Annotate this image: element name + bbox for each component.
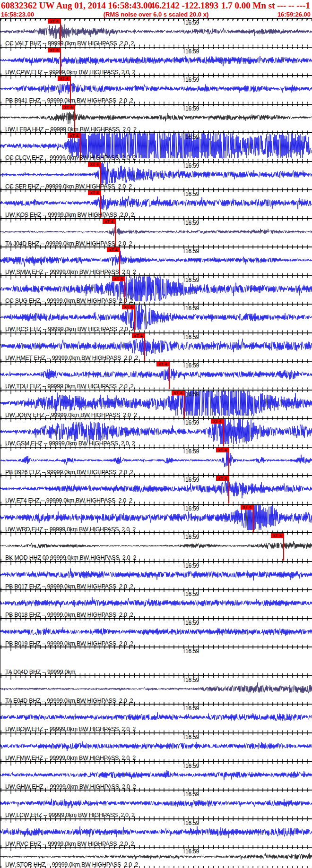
trace-panel-UW-LEBA[interactable]: 16:59xT 4UW LEBA HHZ -- 99999.0km BW HIG… <box>0 104 312 133</box>
minute-label: 16:59 <box>185 820 199 826</box>
trace-panel-UW-FMW[interactable]: 16:59UW FMW EHZ -- 99999.0km BW HIGHPASS… <box>0 732 312 761</box>
trace-panel-UW-GHW[interactable]: 16:59UW GHW EHZ -- 99999.0km BW HIGHPASS… <box>0 761 312 790</box>
minute-label: 16:59 <box>185 105 199 112</box>
waveform-UW-LEBA <box>0 111 312 124</box>
trace-panel-TA-E04D[interactable]: 16:59TA E04D BHZ -- 99999.0km BW HIGHPAS… <box>0 675 312 704</box>
pick-marker-CC-SUG[interactable]: xT 4 <box>112 276 125 281</box>
trace-panel-TA-D04D[interactable]: 16:59TA D04D BHZ -- 99999.0km <box>0 647 312 675</box>
minute-label: 16:59 <box>185 162 199 169</box>
station-label-UW-CPW: UW CPW EHZ -- 99999.0km BW HIGHPASS 2.0 … <box>5 69 135 76</box>
trace-panel-UW-KOS[interactable]: 16:59xT 4UW KOS EHZ -- 99999.0km BW HIGH… <box>0 189 312 218</box>
trace-panel-CC-VALT[interactable]: 16:59xT 4CC VALT BHZ -- 99999.0km BW HIG… <box>0 18 312 47</box>
pick-marker-UW-WRD[interactable]: xT 4 <box>241 505 253 510</box>
trace-panel-TA-J04D[interactable]: 16:59xT 4TA J04D BHZ -- 99999.0km BW HIG… <box>0 218 312 247</box>
pick-line-UW-RCS[interactable] <box>134 305 135 332</box>
trace-panel-UW-LCW[interactable]: 16:59UW LCW EHZ -- 99999.0km BW HIGHPASS… <box>0 790 312 818</box>
pick-line-UW-WRD[interactable] <box>253 505 254 532</box>
trace-panel-CC-SEP[interactable]: 16:59xT 4CC SEP EHZ -- 99999.0km BW HIGH… <box>0 161 312 190</box>
pick-marker-UW-CPW[interactable]: xT 4 <box>48 48 61 52</box>
event-coordinates: 46.2142 -122.1893 <box>150 0 218 11</box>
pick-marker-CC-VALT[interactable]: xT 4 <box>48 19 61 24</box>
waveform-UW-HMET <box>0 338 312 356</box>
trace-panel-BK-MOD[interactable]: 16:59xT 4BK MOD HHZ 00 99999.0km BW HIGH… <box>0 532 312 561</box>
station-label-UW-GSM: UW GSM EHZ -- 99999.0km BW HIGHPASS 2.0 … <box>5 440 135 447</box>
pick-marker-UW-LEBA[interactable]: xT 4 <box>62 105 75 110</box>
station-label-UW-STOR: UW STOR HHZ -- 99999.0km BW HIGHPASS 2.0… <box>5 861 138 868</box>
station-label-UW-LCW: UW LCW EHZ -- 99999.0km BW HIGHPASS 2.0 … <box>5 812 135 818</box>
pick-marker-BK-MOD[interactable]: xT 4 <box>271 533 284 538</box>
pick-line-UW-JORV[interactable] <box>184 391 185 418</box>
minute-label: 16:59 <box>185 734 199 740</box>
trace-panel-PB-B018[interactable]: 16:59PB B018 EHZ -- 99999.0km BW HIGHPAS… <box>0 589 312 618</box>
trace-panel-UW-BOW[interactable]: 16:59UW BOW EHZ -- 99999.0km BW HIGHPASS… <box>0 704 312 732</box>
station-label-UW-FMW: UW FMW EHZ -- 99999.0km BW HIGHPASS 2.0 … <box>5 755 136 761</box>
event-flag: -1 <box>303 0 310 11</box>
station-label-UW-BOW: UW BOW EHZ -- 99999.0km BW HIGHPASS 2.0 … <box>5 726 136 732</box>
trace-panel-CC-SUG[interactable]: 16:59xT 4CC SUG EHZ -- 99999.0km BW HIGH… <box>0 275 312 304</box>
pick-marker-PB-B926[interactable]: xT 4 <box>216 448 229 452</box>
waveform-UW-ET4 <box>0 477 312 499</box>
trace-panel-UW-RCS[interactable]: 16:59xT 4UW RCS EHZ -- 99999.0km BW HIGH… <box>0 304 312 332</box>
waveform-UW-LCW <box>0 799 312 808</box>
trace-panel-UW-ET4[interactable]: 16:59xT 4UW ET4 EHZ -- 99999.0km BW HIGH… <box>0 475 312 504</box>
pick-line-PB-B926[interactable] <box>228 448 229 475</box>
trace-panel-UW-RVC[interactable]: 16:59UW RVC EHZ -- 99999.0km BW HIGHPASS… <box>0 818 312 847</box>
waveform-UW-KOS <box>0 195 312 210</box>
station-label-PB-B926: PB B926 EHZ -- 99999.0km BW HIGHPASS 2.0… <box>5 469 133 476</box>
waveform-PB-B017 <box>0 568 312 580</box>
pick-marker-UW-KOS[interactable]: xT 4 <box>88 190 101 195</box>
pick-line-UW-TDH[interactable] <box>169 362 170 389</box>
minute-label: 16:59 <box>185 19 199 26</box>
trace-panel-UW-TDH[interactable]: 16:59xT 4UW TDH EHZ -- 99999.0km BW HIGH… <box>0 361 312 390</box>
station-label-UW-HMET: UW HMET EHZ -- 99999.0km BW HIGHPASS 2.0… <box>5 355 138 361</box>
pick-marker-CC-CLCV[interactable]: xT 4 <box>68 133 80 138</box>
trace-panel-UW-JORV[interactable]: 16:59xT 4UW JORV EHZ -- 99999.0km BW HIG… <box>0 390 312 418</box>
waveform-UW-GHW <box>0 770 312 780</box>
pick-marker-UW-JORV[interactable]: xT 4 <box>172 391 184 395</box>
trace-panel-PB-B941[interactable]: 16:59xT 4PB B941 EHZ -- 99999.0km BW HIG… <box>0 75 312 104</box>
pick-marker-UW-TDH[interactable]: xT 4 <box>156 362 169 366</box>
pick-line-UW-ET4[interactable] <box>228 476 229 503</box>
pick-marker-UW-GSM[interactable]: xT 4 <box>211 419 224 424</box>
trace-panel-UW-WRD[interactable]: 16:59xT 4UW WRD EHZ -- 99999.0km BW HIGH… <box>0 504 312 533</box>
minute-label: 16:59 <box>185 562 199 569</box>
minute-label: 16:59 <box>185 534 199 540</box>
pick-marker-UW-HMET[interactable]: xT 4 <box>132 333 145 338</box>
minute-label: 16:59 <box>185 505 199 512</box>
pick-line-UW-HMET[interactable] <box>144 333 145 361</box>
station-label-UW-ET4: UW ET4 EHZ -- 99999.0km BW HIGHPASS 2.0 … <box>5 497 132 504</box>
trace-panel-UW-SMW[interactable]: 16:59xT 4UW SMW EHZ -- 99999.0km BW HIGH… <box>0 247 312 275</box>
trace-panel-UW-GSM[interactable]: 16:59xT 4UW GSM EHZ -- 99999.0km BW HIGH… <box>0 418 312 447</box>
pick-marker-UW-SMW[interactable]: xT 4 <box>107 247 120 252</box>
minute-label: 16:59 <box>185 705 199 712</box>
station-label-CC-CLCV: CC CLCV EHZ -- 99999.0km BW HIGHPASS 2.0… <box>5 154 136 161</box>
pick-line-BK-MOD[interactable] <box>283 533 284 561</box>
trace-panel-UW-CPW[interactable]: 16:59xT 4UW CPW EHZ -- 99999.0km BW HIGH… <box>0 47 312 76</box>
minute-label: 16:59 <box>185 791 199 798</box>
waveform-PB-B926 <box>0 451 312 468</box>
trace-panel-PB-B926[interactable]: 16:59xT 4PB B926 EHZ -- 99999.0km BW HIG… <box>0 447 312 476</box>
trace-panel-UW-HMET[interactable]: 16:59xT 4UW HMET EHZ -- 99999.0km BW HIG… <box>0 332 312 361</box>
minute-label: 16:59 <box>185 677 199 683</box>
station-label-CC-SUG: CC SUG EHZ -- 99999.0km BW HIGHPASS 2.0 … <box>5 298 133 304</box>
trace-panel-PB-B019[interactable]: 16:59PB B019 EHZ -- 99999.0km BW HIGHPAS… <box>0 618 312 647</box>
trace-area: 16:59xT 4CC VALT BHZ -- 99999.0km BW HIG… <box>0 18 312 868</box>
minute-label: 16:59 <box>185 848 199 855</box>
pick-marker-CC-SEP[interactable]: xT 4 <box>88 162 101 167</box>
trace-panel-PB-B017[interactable]: 16:59PB B017 EHZ -- 99999.0km BW HIGHPAS… <box>0 561 312 590</box>
trace-panel-UW-STOR[interactable]: 16:59UW STOR HHZ -- 99999.0km BW HIGHPAS… <box>0 847 312 868</box>
waveform-PB-B019 <box>0 627 312 636</box>
pick-line-UW-GSM[interactable] <box>223 419 224 446</box>
pick-marker-TA-J04D[interactable]: xT 4 <box>103 219 115 224</box>
pick-marker-PB-B941[interactable]: xT 4 <box>58 76 70 81</box>
seismic-review-window: 60832362 UW Aug 01, 2014 16:58:43.00 46.… <box>0 0 312 868</box>
waveform-PB-B018 <box>0 597 312 608</box>
waveform-UW-BOW <box>0 712 312 721</box>
station-label-UW-RCS: UW RCS EHZ -- 99999.0km BW HIGHPASS 2.0 … <box>5 326 134 332</box>
trace-panel-CC-CLCV[interactable]: 16:59xT 4CC CLCV EHZ -- 99999.0km BW HIG… <box>0 132 312 161</box>
pick-marker-UW-ET4[interactable]: xT 4 <box>216 476 229 481</box>
waveform-BK-MOD <box>0 541 312 549</box>
pick-marker-UW-RCS[interactable]: xT 4 <box>122 305 135 309</box>
waveform-UW-RVC <box>0 826 312 838</box>
minute-label: 16:59 <box>185 477 199 483</box>
